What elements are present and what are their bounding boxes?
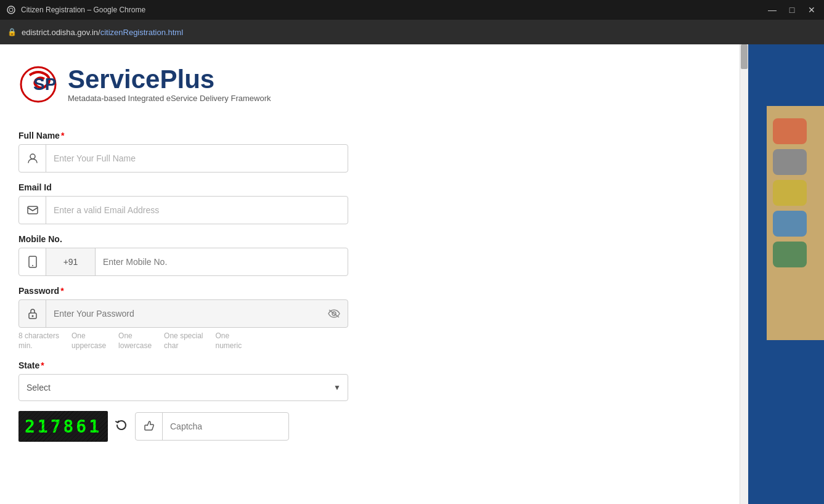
- password-label: Password*: [18, 286, 351, 296]
- browser-icon: [6, 5, 16, 15]
- scrollbar-thumb[interactable]: [741, 44, 748, 69]
- window-title: Citizen Registration – Google Chrome: [21, 6, 766, 14]
- state-select[interactable]: Select: [18, 374, 348, 401]
- close-button[interactable]: ✕: [806, 5, 818, 15]
- refresh-captcha-icon[interactable]: [115, 419, 128, 434]
- state-field-group: State* Select ▼: [18, 360, 351, 401]
- email-label: Email Id: [18, 182, 351, 192]
- toggle-password-icon[interactable]: [320, 300, 348, 327]
- thumbsup-icon: [136, 413, 163, 440]
- url-path: citizenRegistration.html: [100, 28, 183, 37]
- brand-tagline: Metadata-based Integrated eService Deliv…: [68, 94, 271, 103]
- form-content: SP ServicePlus Metadata-based Integrated…: [0, 44, 370, 460]
- email-input[interactable]: [46, 197, 348, 224]
- logo-text: ServicePlus Metadata-based Integrated eS…: [68, 67, 271, 103]
- fullname-input[interactable]: [46, 145, 348, 172]
- captcha-area: 217861: [18, 411, 351, 442]
- mobile-label: Mobile No.: [18, 234, 351, 244]
- url-prefix: edistrict.odisha.gov.in/: [22, 28, 100, 37]
- window-controls: — □ ✕: [766, 5, 818, 15]
- titlebar: Citizen Registration – Google Chrome — □…: [0, 0, 824, 20]
- captcha-input[interactable]: [163, 413, 288, 440]
- mobile-input-wrapper: +91: [18, 248, 348, 276]
- svg-point-0: [7, 6, 15, 14]
- fullname-input-wrapper: [18, 144, 348, 173]
- captcha-image: 217861: [18, 411, 108, 442]
- swatch-blue: [773, 211, 807, 237]
- state-required-marker: *: [41, 360, 44, 370]
- right-panel: [748, 44, 824, 504]
- email-input-wrapper: [18, 196, 348, 224]
- swatch-orange: [773, 118, 807, 144]
- hint-numeric: One numeric: [215, 331, 242, 351]
- svg-text:SP: SP: [33, 75, 56, 94]
- password-input[interactable]: [46, 300, 320, 327]
- phone-icon: [19, 248, 46, 275]
- scrollbar[interactable]: [740, 44, 748, 504]
- fullname-field-group: Full Name*: [18, 131, 351, 173]
- svg-point-9: [31, 315, 33, 317]
- addressbar: 🔒 edistrict.odisha.gov.in/citizenRegistr…: [0, 20, 824, 44]
- lock-icon: 🔒: [7, 28, 17, 36]
- svg-rect-5: [28, 206, 38, 214]
- password-input-wrapper: [18, 299, 348, 328]
- swatch-yellow: [773, 180, 807, 206]
- sp-logo-icon: SP: [18, 63, 68, 106]
- svg-point-1: [9, 8, 13, 12]
- hint-lowercase: One lowercase: [118, 331, 152, 351]
- person-icon: [19, 145, 46, 172]
- main-layout: SP ServicePlus Metadata-based Integrated…: [0, 44, 824, 504]
- swatch-gray: [773, 149, 807, 175]
- url-display[interactable]: edistrict.odisha.gov.in/citizenRegistrat…: [22, 28, 183, 37]
- svg-point-7: [32, 265, 33, 266]
- state-label: State*: [18, 360, 351, 370]
- swatch-green: [773, 242, 807, 267]
- mobile-prefix: +91: [46, 248, 96, 275]
- email-icon: [19, 197, 46, 224]
- svg-point-4: [30, 154, 35, 159]
- form-panel: SP ServicePlus Metadata-based Integrated…: [0, 44, 740, 504]
- logo-area: SP ServicePlus Metadata-based Integrated…: [18, 57, 351, 106]
- captcha-input-wrapper: [135, 412, 289, 441]
- lock-field-icon: [19, 300, 46, 327]
- hint-length: 8 characters min.: [18, 331, 59, 351]
- brand-name: ServicePlus: [68, 67, 271, 92]
- minimize-button[interactable]: —: [766, 5, 778, 15]
- fullname-required-marker: *: [61, 131, 64, 140]
- mobile-field-group: Mobile No. +91: [18, 234, 351, 276]
- password-required-marker: *: [60, 286, 63, 296]
- email-field-group: Email Id: [18, 182, 351, 224]
- maximize-button[interactable]: □: [786, 5, 798, 15]
- password-hints: 8 characters min. One uppercase One lowe…: [18, 331, 351, 351]
- color-swatches: [767, 112, 824, 274]
- side-image: [767, 106, 824, 340]
- hint-special: One special char: [164, 331, 203, 351]
- fullname-label: Full Name*: [18, 131, 351, 140]
- mobile-input[interactable]: [96, 248, 348, 275]
- hint-uppercase: One uppercase: [71, 331, 106, 351]
- password-field-group: Password*: [18, 286, 351, 351]
- state-select-wrapper: Select ▼: [18, 374, 348, 401]
